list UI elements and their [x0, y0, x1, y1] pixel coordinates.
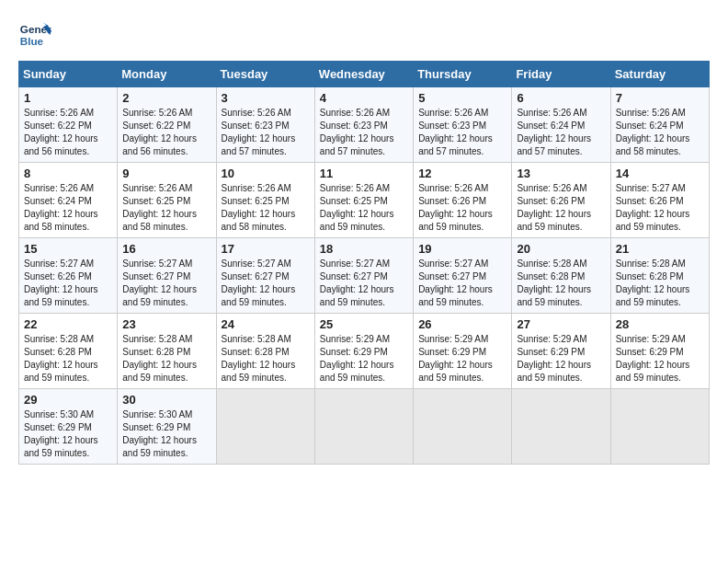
day-number: 22 — [24, 317, 112, 331]
day-info: Sunrise: 5:28 AM Sunset: 6:28 PM Dayligh… — [517, 258, 605, 309]
day-number: 8 — [24, 167, 112, 180]
day-info: Sunrise: 5:27 AM Sunset: 6:26 PM Dayligh… — [616, 182, 704, 234]
col-header-wednesday: Wednesday — [314, 62, 413, 87]
calendar-cell: 9Sunrise: 5:26 AM Sunset: 6:25 PM Daylig… — [118, 163, 216, 238]
day-info: Sunrise: 5:28 AM Sunset: 6:28 PM Dayligh… — [616, 258, 704, 309]
day-number: 12 — [418, 167, 506, 180]
calendar-week-row: 29Sunrise: 5:30 AM Sunset: 6:29 PM Dayli… — [19, 389, 710, 465]
day-info: Sunrise: 5:27 AM Sunset: 6:27 PM Dayligh… — [122, 258, 210, 309]
calendar-cell: 23Sunrise: 5:28 AM Sunset: 6:28 PM Dayli… — [118, 314, 216, 389]
calendar-cell: 28Sunrise: 5:29 AM Sunset: 6:29 PM Dayli… — [610, 314, 709, 389]
day-info: Sunrise: 5:27 AM Sunset: 6:27 PM Dayligh… — [320, 258, 408, 309]
day-number: 11 — [320, 167, 408, 180]
calendar-cell: 8Sunrise: 5:26 AM Sunset: 6:24 PM Daylig… — [19, 163, 118, 238]
day-info: Sunrise: 5:26 AM Sunset: 6:23 PM Dayligh… — [418, 107, 506, 158]
calendar-cell — [414, 389, 512, 465]
day-number: 16 — [122, 242, 210, 256]
col-header-thursday: Thursday — [414, 62, 512, 87]
day-info: Sunrise: 5:27 AM Sunset: 6:27 PM Dayligh… — [222, 258, 310, 309]
day-info: Sunrise: 5:26 AM Sunset: 6:24 PM Dayligh… — [616, 107, 704, 158]
day-number: 21 — [616, 242, 704, 256]
day-number: 20 — [517, 242, 605, 256]
calendar-cell: 17Sunrise: 5:27 AM Sunset: 6:27 PM Dayli… — [216, 238, 314, 314]
day-number: 27 — [517, 317, 605, 331]
day-info: Sunrise: 5:26 AM Sunset: 6:25 PM Dayligh… — [122, 182, 210, 234]
day-number: 4 — [320, 91, 408, 105]
calendar-cell: 30Sunrise: 5:30 AM Sunset: 6:29 PM Dayli… — [118, 389, 216, 465]
day-number: 2 — [122, 91, 210, 105]
day-info: Sunrise: 5:27 AM Sunset: 6:26 PM Dayligh… — [24, 258, 112, 309]
day-number: 25 — [320, 317, 408, 331]
day-info: Sunrise: 5:26 AM Sunset: 6:22 PM Dayligh… — [122, 107, 210, 158]
day-info: Sunrise: 5:29 AM Sunset: 6:29 PM Dayligh… — [418, 333, 506, 385]
calendar-cell: 15Sunrise: 5:27 AM Sunset: 6:26 PM Dayli… — [19, 238, 118, 314]
day-info: Sunrise: 5:30 AM Sunset: 6:29 PM Dayligh… — [122, 408, 210, 460]
calendar-cell: 5Sunrise: 5:26 AM Sunset: 6:23 PM Daylig… — [414, 87, 512, 163]
day-number: 5 — [418, 91, 506, 105]
calendar-cell: 18Sunrise: 5:27 AM Sunset: 6:27 PM Dayli… — [314, 238, 413, 314]
day-number: 18 — [320, 242, 408, 256]
calendar-header-row: SundayMondayTuesdayWednesdayThursdayFrid… — [19, 62, 710, 87]
day-number: 15 — [24, 242, 112, 256]
day-number: 29 — [24, 393, 112, 407]
calendar-cell — [314, 389, 413, 465]
day-info: Sunrise: 5:26 AM Sunset: 6:25 PM Dayligh… — [320, 182, 408, 234]
calendar-cell: 10Sunrise: 5:26 AM Sunset: 6:25 PM Dayli… — [216, 163, 314, 238]
day-info: Sunrise: 5:26 AM Sunset: 6:24 PM Dayligh… — [517, 107, 605, 158]
calendar-cell: 22Sunrise: 5:28 AM Sunset: 6:28 PM Dayli… — [19, 314, 118, 389]
calendar-cell: 20Sunrise: 5:28 AM Sunset: 6:28 PM Dayli… — [512, 238, 610, 314]
day-number: 24 — [222, 317, 310, 331]
calendar-cell: 19Sunrise: 5:27 AM Sunset: 6:27 PM Dayli… — [414, 238, 512, 314]
logo: General Blue — [18, 18, 51, 52]
calendar-week-row: 22Sunrise: 5:28 AM Sunset: 6:28 PM Dayli… — [19, 314, 710, 389]
calendar-cell: 13Sunrise: 5:26 AM Sunset: 6:26 PM Dayli… — [512, 163, 610, 238]
day-number: 6 — [517, 91, 605, 105]
day-number: 17 — [222, 242, 310, 256]
calendar-cell: 3Sunrise: 5:26 AM Sunset: 6:23 PM Daylig… — [216, 87, 314, 163]
calendar-cell — [512, 389, 610, 465]
day-info: Sunrise: 5:30 AM Sunset: 6:29 PM Dayligh… — [24, 408, 112, 460]
day-number: 30 — [122, 393, 210, 407]
calendar-week-row: 8Sunrise: 5:26 AM Sunset: 6:24 PM Daylig… — [19, 163, 710, 238]
calendar-table: SundayMondayTuesdayWednesdayThursdayFrid… — [18, 61, 710, 465]
day-number: 23 — [122, 317, 210, 331]
day-info: Sunrise: 5:29 AM Sunset: 6:29 PM Dayligh… — [320, 333, 408, 385]
calendar-cell: 7Sunrise: 5:26 AM Sunset: 6:24 PM Daylig… — [610, 87, 709, 163]
day-info: Sunrise: 5:26 AM Sunset: 6:25 PM Dayligh… — [222, 182, 310, 234]
day-info: Sunrise: 5:26 AM Sunset: 6:23 PM Dayligh… — [222, 107, 310, 158]
header: General Blue — [18, 18, 710, 52]
day-info: Sunrise: 5:26 AM Sunset: 6:26 PM Dayligh… — [517, 182, 605, 234]
col-header-monday: Monday — [118, 62, 216, 87]
calendar-week-row: 1Sunrise: 5:26 AM Sunset: 6:22 PM Daylig… — [19, 87, 710, 163]
day-info: Sunrise: 5:26 AM Sunset: 6:22 PM Dayligh… — [24, 107, 112, 158]
calendar-cell: 12Sunrise: 5:26 AM Sunset: 6:26 PM Dayli… — [414, 163, 512, 238]
calendar-cell: 14Sunrise: 5:27 AM Sunset: 6:26 PM Dayli… — [610, 163, 709, 238]
day-number: 14 — [616, 167, 704, 180]
day-info: Sunrise: 5:28 AM Sunset: 6:28 PM Dayligh… — [122, 333, 210, 385]
calendar-cell: 29Sunrise: 5:30 AM Sunset: 6:29 PM Dayli… — [19, 389, 118, 465]
col-header-friday: Friday — [512, 62, 610, 87]
calendar-week-row: 15Sunrise: 5:27 AM Sunset: 6:26 PM Dayli… — [19, 238, 710, 314]
day-info: Sunrise: 5:28 AM Sunset: 6:28 PM Dayligh… — [222, 333, 310, 385]
day-number: 10 — [222, 167, 310, 180]
day-info: Sunrise: 5:26 AM Sunset: 6:24 PM Dayligh… — [24, 182, 112, 234]
calendar-cell — [610, 389, 709, 465]
svg-text:Blue: Blue — [20, 35, 44, 47]
calendar-cell: 27Sunrise: 5:29 AM Sunset: 6:29 PM Dayli… — [512, 314, 610, 389]
calendar-cell: 11Sunrise: 5:26 AM Sunset: 6:25 PM Dayli… — [314, 163, 413, 238]
day-number: 7 — [616, 91, 704, 105]
general-blue-logo-icon: General Blue — [18, 18, 51, 52]
calendar-cell: 25Sunrise: 5:29 AM Sunset: 6:29 PM Dayli… — [314, 314, 413, 389]
day-number: 19 — [418, 242, 506, 256]
calendar-cell — [216, 389, 314, 465]
day-info: Sunrise: 5:26 AM Sunset: 6:26 PM Dayligh… — [418, 182, 506, 234]
day-number: 28 — [616, 317, 704, 331]
day-info: Sunrise: 5:26 AM Sunset: 6:23 PM Dayligh… — [320, 107, 408, 158]
day-number: 3 — [222, 91, 310, 105]
calendar-cell: 21Sunrise: 5:28 AM Sunset: 6:28 PM Dayli… — [610, 238, 709, 314]
calendar-cell: 2Sunrise: 5:26 AM Sunset: 6:22 PM Daylig… — [118, 87, 216, 163]
calendar-cell: 16Sunrise: 5:27 AM Sunset: 6:27 PM Dayli… — [118, 238, 216, 314]
day-info: Sunrise: 5:29 AM Sunset: 6:29 PM Dayligh… — [517, 333, 605, 385]
day-info: Sunrise: 5:27 AM Sunset: 6:27 PM Dayligh… — [418, 258, 506, 309]
calendar-cell: 24Sunrise: 5:28 AM Sunset: 6:28 PM Dayli… — [216, 314, 314, 389]
